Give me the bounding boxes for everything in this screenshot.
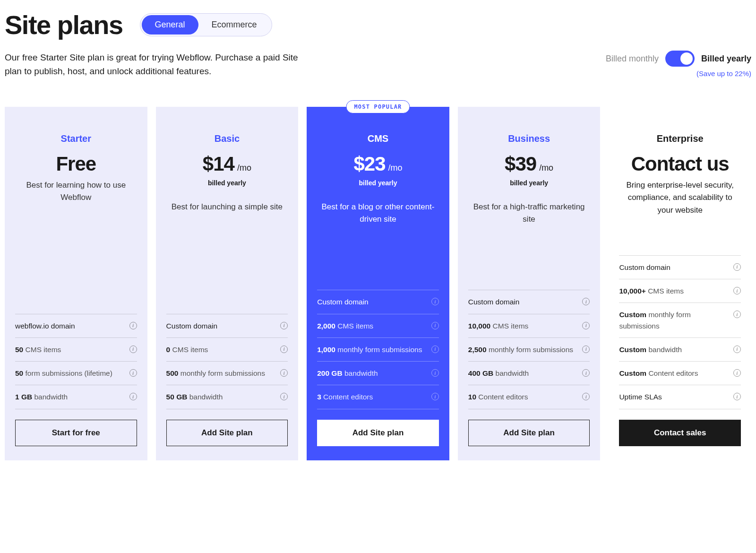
- plan-name: CMS: [317, 133, 439, 144]
- plan-card-enterprise: EnterpriseContact usBring enterprise-lev…: [609, 107, 751, 460]
- info-icon[interactable]: i: [129, 322, 137, 329]
- plan-description: Best for a high-traffic marketing site: [468, 201, 590, 226]
- feature-item: Custom domaini: [317, 290, 439, 314]
- info-icon[interactable]: i: [129, 369, 137, 377]
- info-icon[interactable]: i: [733, 393, 741, 400]
- plan-price: $39/mo: [468, 153, 590, 175]
- info-icon[interactable]: i: [280, 393, 288, 400]
- cta-button-starter[interactable]: Start for free: [15, 420, 137, 446]
- info-icon[interactable]: i: [280, 369, 288, 377]
- billed-note: billed yearly: [317, 179, 439, 187]
- billed-note: billed yearly: [166, 179, 288, 187]
- feature-item: 50 CMS itemsi: [15, 338, 137, 362]
- plan-price: Free: [15, 153, 137, 175]
- feature-item: webflow.io domaini: [15, 314, 137, 338]
- feature-item: 50 form submissions (lifetime)i: [15, 362, 137, 385]
- info-icon[interactable]: i: [582, 322, 590, 329]
- info-icon[interactable]: i: [431, 298, 439, 305]
- tab-ecommerce[interactable]: Ecommerce: [198, 15, 270, 35]
- info-icon[interactable]: i: [431, 393, 439, 400]
- info-icon[interactable]: i: [733, 311, 741, 318]
- plan-description: Best for learning how to use Webflow: [15, 179, 137, 204]
- billed-yearly-label[interactable]: Billed yearly: [701, 54, 751, 64]
- feature-list: webflow.io domaini50 CMS itemsi50 form s…: [15, 314, 137, 409]
- plan-card-cms: MOST POPULARCMS$23/mobilled yearlyBest f…: [307, 107, 449, 460]
- plan-name: Business: [468, 133, 590, 144]
- feature-item: 1 GB bandwidthi: [15, 385, 137, 409]
- plan-description: Bring enterprise-level security, complia…: [619, 179, 741, 216]
- info-icon[interactable]: i: [733, 263, 741, 271]
- feature-item: 0 CMS itemsi: [166, 338, 288, 362]
- feature-item: Custom bandwidthi: [619, 338, 741, 362]
- feature-item: Custom Content editorsi: [619, 362, 741, 385]
- feature-item: 10,000 CMS itemsi: [468, 314, 590, 338]
- feature-item: Custom domaini: [468, 290, 590, 314]
- info-icon[interactable]: i: [129, 346, 137, 353]
- info-icon[interactable]: i: [431, 346, 439, 353]
- plan-card-basic: Basic$14/mobilled yearlyBest for launchi…: [156, 107, 299, 460]
- info-icon[interactable]: i: [582, 393, 590, 400]
- info-icon[interactable]: i: [431, 369, 439, 377]
- info-icon[interactable]: i: [582, 369, 590, 377]
- plan-name: Basic: [166, 133, 288, 144]
- page-title: Site plans: [5, 9, 123, 40]
- feature-item: 50 GB bandwidthi: [166, 385, 288, 409]
- info-icon[interactable]: i: [431, 322, 439, 329]
- plan-card-starter: StarterFreeBest for learning how to use …: [5, 107, 147, 460]
- info-icon[interactable]: i: [582, 298, 590, 305]
- feature-item: Custom monthly form submissionsi: [619, 303, 741, 338]
- feature-item: Custom domaini: [619, 256, 741, 279]
- cta-button-business[interactable]: Add Site plan: [468, 420, 590, 446]
- cta-button-enterprise[interactable]: Contact sales: [619, 420, 741, 446]
- feature-list: Custom domaini0 CMS itemsi500 monthly fo…: [166, 314, 288, 409]
- info-icon[interactable]: i: [582, 346, 590, 353]
- plan-price: $23/mo: [317, 153, 439, 175]
- plan-price: $14/mo: [166, 153, 288, 175]
- feature-list: Custom domaini10,000+ CMS itemsiCustom m…: [619, 255, 741, 409]
- info-icon[interactable]: i: [280, 322, 288, 329]
- billing-toggle-switch[interactable]: [665, 51, 695, 67]
- plan-name: Enterprise: [619, 133, 741, 144]
- cta-button-basic[interactable]: Add Site plan: [166, 420, 288, 446]
- feature-item: 200 GB bandwidthi: [317, 362, 439, 385]
- info-icon[interactable]: i: [280, 346, 288, 353]
- feature-item: 2,000 CMS itemsi: [317, 314, 439, 338]
- feature-list: Custom domaini2,000 CMS itemsi1,000 mont…: [317, 290, 439, 409]
- save-note: (Save up to 22%): [606, 69, 751, 78]
- info-icon[interactable]: i: [733, 346, 741, 353]
- most-popular-badge: MOST POPULAR: [346, 100, 410, 113]
- feature-item: 10 Content editorsi: [468, 385, 590, 409]
- plan-type-tabs: General Ecommerce: [140, 13, 272, 36]
- feature-item: 2,500 monthly form submissionsi: [468, 338, 590, 362]
- page-description: Our free Starter Site plan is great for …: [5, 51, 307, 78]
- plan-description: Best for launching a simple site: [166, 201, 288, 213]
- feature-item: Custom domaini: [166, 314, 288, 338]
- cta-button-cms[interactable]: Add Site plan: [317, 420, 439, 446]
- feature-item: 400 GB bandwidthi: [468, 362, 590, 385]
- feature-item: 500 monthly form submissionsi: [166, 362, 288, 385]
- plan-name: Starter: [15, 133, 137, 144]
- feature-item: Uptime SLAsi: [619, 385, 741, 409]
- feature-list: Custom domaini10,000 CMS itemsi2,500 mon…: [468, 290, 590, 409]
- feature-item: 3 Content editorsi: [317, 385, 439, 409]
- info-icon[interactable]: i: [733, 369, 741, 377]
- plan-card-business: Business$39/mobilled yearlyBest for a hi…: [458, 107, 601, 460]
- info-icon[interactable]: i: [733, 287, 741, 294]
- plan-description: Best for a blog or other content-driven …: [317, 201, 439, 226]
- tab-general[interactable]: General: [142, 15, 198, 35]
- plan-price: Contact us: [619, 153, 741, 175]
- billed-note: billed yearly: [468, 179, 590, 187]
- feature-item: 10,000+ CMS itemsi: [619, 279, 741, 303]
- feature-item: 1,000 monthly form submissionsi: [317, 338, 439, 362]
- info-icon[interactable]: i: [129, 393, 137, 400]
- billed-monthly-label[interactable]: Billed monthly: [606, 54, 659, 64]
